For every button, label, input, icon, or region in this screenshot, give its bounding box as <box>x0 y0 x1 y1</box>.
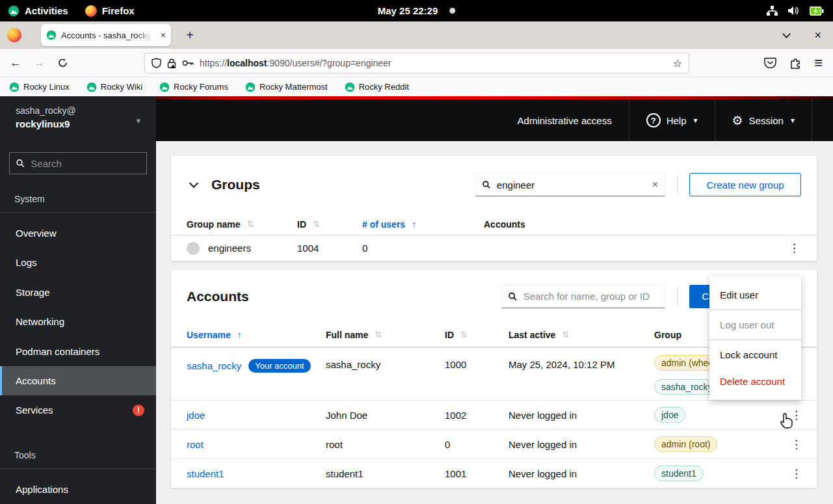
groups-search-input[interactable] <box>497 179 646 191</box>
new-tab-button[interactable]: + <box>180 25 200 45</box>
list-all-tabs-icon[interactable] <box>783 30 791 38</box>
groups-search[interactable]: × <box>475 173 665 196</box>
masthead: Administrative access ? Help ▾ ⚙ Session… <box>156 99 833 141</box>
extensions-icon[interactable] <box>789 57 801 69</box>
browser-tab[interactable]: Accounts - sasha_rocky@ × <box>41 24 171 46</box>
col-group-name[interactable]: Group name⇅ <box>187 219 297 230</box>
bookmark-favicon <box>9 82 20 92</box>
help-dropdown[interactable]: ? Help ▾ <box>629 99 715 141</box>
network-icon[interactable] <box>767 6 778 16</box>
clear-search-icon[interactable]: × <box>652 179 658 191</box>
firefox-nav-bar: ← → https://localhost:9090/users#/?group… <box>0 49 833 77</box>
session-dropdown[interactable]: ⚙ Session ▾ <box>715 99 812 141</box>
last-active: Never logged in <box>509 468 654 479</box>
shield-icon[interactable] <box>152 58 161 68</box>
url-text: https://localhost:9090/users#/?group=eng… <box>200 58 667 68</box>
menu-item-lock-account[interactable]: Lock account <box>709 341 801 368</box>
sidebar-search[interactable] <box>9 152 147 174</box>
sidebar-item-accounts[interactable]: Accounts <box>0 366 156 395</box>
group-pill: admin (root) <box>654 436 717 452</box>
username-link[interactable]: jdoe <box>187 410 205 421</box>
accounts-search-input[interactable] <box>523 291 658 302</box>
last-active: May 25, 2024, 10:12 PM <box>509 348 654 370</box>
fullname: root <box>326 439 445 450</box>
sidebar-item-storage[interactable]: Storage <box>0 278 156 307</box>
username-link[interactable]: root <box>187 439 204 450</box>
col-last-active[interactable]: Last active⇅ <box>509 330 654 340</box>
menu-item-edit-user[interactable]: Edit user <box>709 282 801 308</box>
sort-up-icon: ↑ <box>237 330 242 340</box>
reload-button[interactable] <box>52 53 73 73</box>
menu-item-log-user-out[interactable]: Log user out <box>709 312 801 338</box>
username-link[interactable]: sasha_rocky <box>187 360 241 371</box>
menu-divider <box>709 310 801 310</box>
tab-title: Accounts - sasha_rocky@ <box>61 31 152 40</box>
search-icon <box>16 159 24 168</box>
user-name: sasha_rocky@ <box>16 105 143 116</box>
kebab-menu-icon[interactable]: ⋮ <box>785 240 804 256</box>
activities-label: Activities <box>25 5 68 16</box>
firefox-app-icon[interactable] <box>7 28 21 42</box>
bookmark-rocky-wiki[interactable]: Rocky Wiki <box>86 82 142 92</box>
account-row-root: root root 0 Never logged in admin (root)… <box>171 429 817 458</box>
clock-menu[interactable]: May 25 22:29 <box>378 5 456 16</box>
kebab-menu-icon[interactable]: ⋮ <box>787 466 806 482</box>
col-num-users[interactable]: # of users↑ <box>362 219 484 230</box>
sort-icon: ⇅ <box>375 330 382 339</box>
account-row-jdoe: jdoe John Doe 1002 Never logged in jdoe … <box>171 400 817 429</box>
groups-collapse-icon[interactable] <box>189 179 198 188</box>
group-user-count: 0 <box>362 243 484 254</box>
sidebar-search-input[interactable] <box>31 158 140 169</box>
firefox-app-indicator[interactable]: Firefox <box>85 5 135 17</box>
tab-close-icon[interactable]: × <box>161 31 166 40</box>
menu-hamburger-icon[interactable]: ≡ <box>814 56 823 70</box>
lock-warning-icon[interactable] <box>167 58 176 68</box>
admin-access-button[interactable]: Administrative access <box>501 99 629 141</box>
kebab-menu-icon[interactable]: ⋮ <box>787 436 806 453</box>
group-pill: student1 <box>654 466 704 481</box>
url-bar[interactable]: https://localhost:9090/users#/?group=eng… <box>144 53 689 73</box>
sidebar-item-services[interactable]: Services ! <box>0 395 156 425</box>
sidebar-item-networking[interactable]: Networking <box>0 307 156 336</box>
bookmark-rocky-linux[interactable]: Rocky Linux <box>9 82 70 92</box>
create-new-group-button[interactable]: Create new group <box>689 173 801 196</box>
screen: Activities Firefox May 25 22:29 Accounts… <box>0 0 833 504</box>
cockpit-app: sasha_rocky@ rockylinux9 ▾ System Overvi… <box>0 96 833 504</box>
search-icon <box>483 180 490 189</box>
forward-button[interactable]: → <box>29 53 49 73</box>
accounts-search[interactable] <box>501 285 665 308</box>
back-button[interactable]: ← <box>5 53 26 73</box>
window-close-icon[interactable]: × <box>814 29 821 42</box>
key-icon[interactable] <box>182 60 194 66</box>
host-name: rockylinux9 <box>16 118 143 129</box>
volume-icon[interactable] <box>788 6 799 16</box>
bookmark-rocky-forums[interactable]: Rocky Forums <box>159 82 228 92</box>
uid: 0 <box>445 439 509 450</box>
kebab-menu-icon[interactable]: ⋮ <box>787 407 806 423</box>
pocket-icon[interactable] <box>764 57 776 68</box>
sidebar-item-applications[interactable]: Applications <box>0 475 156 504</box>
sidebar-item-overview[interactable]: Overview <box>0 219 156 248</box>
chevron-down-icon: ▾ <box>136 116 140 126</box>
col-id[interactable]: ID⇅ <box>445 330 509 340</box>
col-username[interactable]: Username↑ <box>187 330 326 340</box>
bookmark-rocky-reddit[interactable]: Rocky Reddit <box>345 82 409 92</box>
group-avatar <box>187 242 200 255</box>
sort-icon: ⇅ <box>562 330 569 339</box>
col-fullname[interactable]: Full name⇅ <box>326 330 445 340</box>
gear-icon: ⚙ <box>732 113 743 128</box>
firefox-tab-bar: Accounts - sasha_rocky@ × + × <box>0 21 833 49</box>
battery-icon[interactable] <box>810 7 824 16</box>
gnome-top-bar: Activities Firefox May 25 22:29 <box>0 0 833 21</box>
bookmark-rocky-mattermost[interactable]: Rocky Mattermost <box>245 82 328 92</box>
group-id: 1004 <box>297 243 362 254</box>
username-link[interactable]: student1 <box>187 468 224 479</box>
menu-item-delete-account[interactable]: Delete account <box>709 368 801 395</box>
sidebar-item-logs[interactable]: Logs <box>0 248 156 277</box>
sidebar-item-podman[interactable]: Podman containers <box>0 336 156 365</box>
user-session-dropdown[interactable]: sasha_rocky@ rockylinux9 ▾ <box>0 96 156 139</box>
col-id[interactable]: ID⇅ <box>297 219 362 230</box>
bookmark-star-icon[interactable]: ☆ <box>673 57 682 70</box>
activities-button[interactable]: Activities <box>8 5 68 17</box>
last-active: Never logged in <box>509 410 654 421</box>
